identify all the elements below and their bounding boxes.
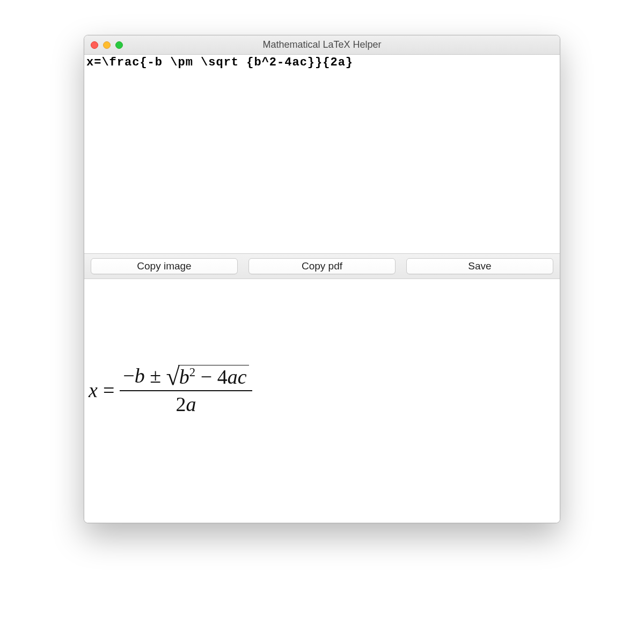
save-button[interactable]: Save — [406, 258, 553, 274]
rad-b: b — [179, 365, 189, 388]
fraction-bar — [120, 390, 252, 391]
radical-icon: √ — [166, 367, 180, 390]
rad-exp: 2 — [189, 365, 195, 379]
fraction: −b ± √ b2 − 4ac 2a — [120, 365, 252, 416]
latex-input[interactable] — [84, 55, 560, 253]
num-minus: − — [123, 364, 134, 387]
rad-a: a — [228, 365, 238, 388]
close-icon[interactable] — [91, 41, 98, 49]
plus-minus-icon: ± — [150, 364, 161, 387]
rendered-formula: x = −b ± √ b2 − 4ac — [89, 365, 560, 416]
render-preview: x = −b ± √ b2 − 4ac — [84, 279, 560, 523]
equals-sign: = — [103, 378, 114, 402]
rad-minus: − — [201, 365, 212, 388]
num-b: b — [135, 364, 145, 387]
formula-lhs-x: x — [89, 378, 98, 402]
radicand: b2 − 4ac — [178, 365, 249, 388]
copy-image-button[interactable]: Copy image — [91, 258, 238, 274]
copy-pdf-button[interactable]: Copy pdf — [248, 258, 396, 274]
toolbar: Copy image Copy pdf Save — [84, 253, 560, 279]
window-title: Mathematical LaTeX Helper — [84, 39, 560, 50]
rad-c: c — [238, 365, 247, 388]
den-a: a — [186, 393, 196, 415]
square-root: √ b2 − 4ac — [166, 365, 249, 388]
numerator: −b ± √ b2 − 4ac — [120, 365, 252, 388]
window-controls — [84, 41, 123, 49]
denominator: 2a — [172, 393, 199, 416]
zoom-icon[interactable] — [115, 41, 123, 49]
minimize-icon[interactable] — [103, 41, 111, 49]
den-2: 2 — [175, 393, 186, 415]
titlebar: Mathematical LaTeX Helper — [84, 35, 560, 55]
rad-4: 4 — [217, 365, 228, 388]
app-window: Mathematical LaTeX Helper Copy image Cop… — [84, 35, 560, 523]
